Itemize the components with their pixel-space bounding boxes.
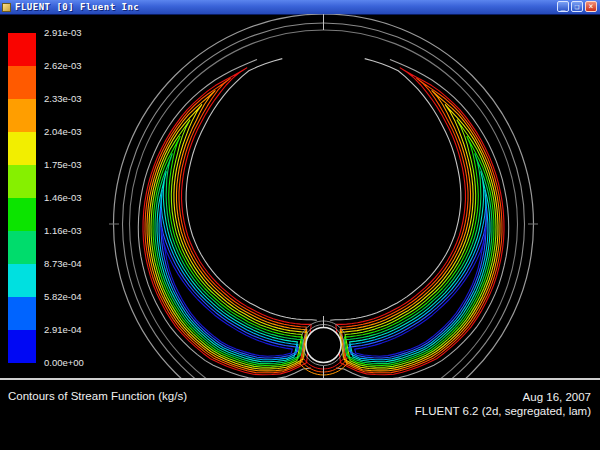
fluent-window: FLUENT [0] Fluent Inc _ ❏ × 2.91e-032.62…	[0, 0, 600, 450]
colorbar-band	[8, 33, 36, 66]
colorbar-label: 2.62e-03	[44, 60, 82, 71]
colorbar-band	[8, 231, 36, 264]
caption-solver: FLUENT 6.2 (2d, segregated, lam)	[415, 404, 591, 418]
colorbar-label: 8.73e-04	[44, 258, 82, 269]
colorbar-label: 0.00e+00	[44, 357, 84, 368]
colorbar-band	[8, 297, 36, 330]
colorbar-label: 2.04e-03	[44, 126, 82, 137]
colorbar-label: 1.75e-03	[44, 159, 82, 170]
close-button[interactable]: ×	[585, 1, 597, 12]
colorbar-label: 5.82e-04	[44, 291, 82, 302]
caption-info: Aug 16, 2007 FLUENT 6.2 (2d, segregated,…	[415, 390, 591, 418]
colorbar-band	[8, 66, 36, 99]
colorbar-band	[8, 132, 36, 165]
colorbar-label: 1.16e-03	[44, 225, 82, 236]
fluent-app-icon	[2, 3, 11, 12]
colorbar-labels: 2.91e-032.62e-032.33e-032.04e-031.75e-03…	[44, 27, 114, 372]
colorbar	[8, 33, 36, 363]
colorbar-band	[8, 198, 36, 231]
colorbar-label: 2.91e-03	[44, 27, 82, 38]
colorbar-band	[8, 99, 36, 132]
minimize-button[interactable]: _	[557, 1, 569, 12]
caption-quantity: Contours of Stream Function (kg/s)	[8, 390, 187, 402]
colorbar-label: 2.91e-04	[44, 324, 82, 335]
separator-line	[0, 378, 600, 380]
restore-button[interactable]: ❏	[571, 1, 583, 12]
colorbar-band	[8, 264, 36, 297]
colorbar-label: 2.33e-03	[44, 93, 82, 104]
colorbar-band	[8, 330, 36, 363]
colorbar-band	[8, 165, 36, 198]
window-title-bar[interactable]: FLUENT [0] Fluent Inc _ ❏ ×	[0, 0, 600, 15]
window-title: FLUENT [0] Fluent Inc	[15, 0, 139, 14]
caption-date: Aug 16, 2007	[415, 390, 591, 404]
colorbar-label: 1.46e-03	[44, 192, 82, 203]
